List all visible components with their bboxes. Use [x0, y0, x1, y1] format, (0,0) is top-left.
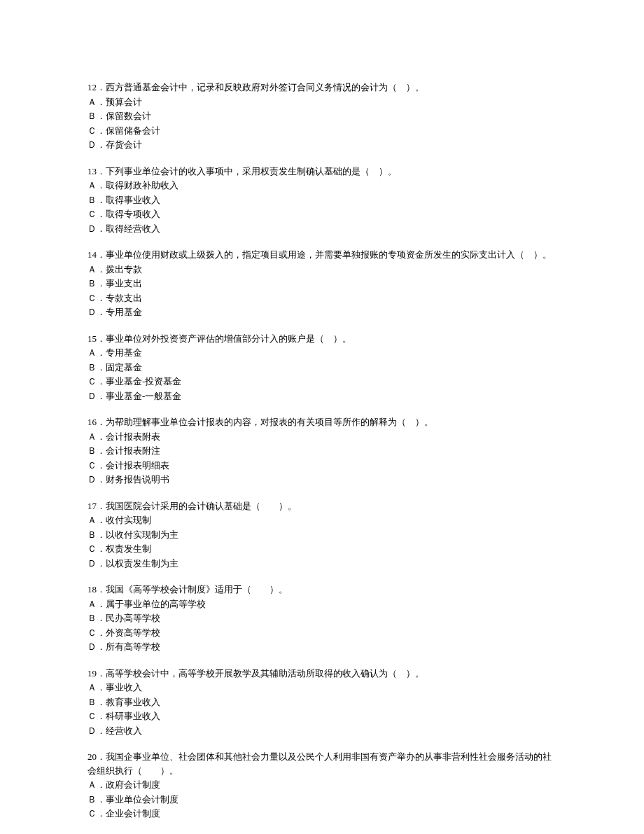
question-body: 我国《高等学校会计制度》适用于（ ）。	[106, 584, 288, 595]
question-number: 13．	[88, 166, 106, 176]
question-option: Ｄ．取得经营收入	[88, 222, 556, 236]
question-option: Ａ．专用基金	[88, 346, 556, 360]
question-block: 14．事业单位使用财政或上级拨入的，指定项目或用途，并需要单独报账的专项资金所发…	[88, 248, 556, 319]
question-body: 事业单位使用财政或上级拨入的，指定项目或用途，并需要单独报账的专项资金所发生的实…	[106, 249, 552, 260]
question-block: 20．我国企事业单位、社会团体和其他社会力量以及公民个人利用非国有资产举办的从事…	[88, 750, 556, 821]
question-block: 12．西方普通基金会计中，记录和反映政府对外签订合同义务情况的会计为（ ）。Ａ．…	[88, 81, 556, 152]
question-text: 16．为帮助理解事业单位会计报表的内容，对报表的有关项目等所作的解释为（ ）。	[88, 415, 556, 429]
question-block: 19．高等学校会计中，高等学校开展教学及其辅助活动所取得的收入确认为（ ）。Ａ．…	[88, 667, 556, 738]
question-body: 事业单位对外投资资产评估的增值部分计入的账户是（ ）。	[106, 333, 351, 344]
question-option: Ａ．事业收入	[88, 681, 556, 695]
question-text: 19．高等学校会计中，高等学校开展教学及其辅助活动所取得的收入确认为（ ）。	[88, 667, 556, 681]
question-text: 14．事业单位使用财政或上级拨入的，指定项目或用途，并需要单独报账的专项资金所发…	[88, 248, 556, 262]
question-option: Ｄ．以权责发生制为主	[88, 557, 556, 571]
question-body: 西方普通基金会计中，记录和反映政府对外签订合同义务情况的会计为（ ）。	[106, 82, 424, 92]
question-option: Ｄ．经营收入	[88, 724, 556, 738]
question-block: 16．为帮助理解事业单位会计报表的内容，对报表的有关项目等所作的解释为（ ）。Ａ…	[88, 415, 556, 487]
question-text: 17．我国医院会计采用的会计确认基础是（ ）。	[88, 499, 556, 513]
question-text: 18．我国《高等学校会计制度》适用于（ ）。	[88, 583, 556, 597]
question-body: 为帮助理解事业单位会计报表的内容，对报表的有关项目等所作的解释为（ ）。	[106, 417, 433, 427]
question-option: Ｃ．科研事业收入	[88, 709, 556, 723]
question-option: Ｄ．存货会计	[88, 138, 556, 152]
question-body: 高等学校会计中，高等学校开展教学及其辅助活动所取得的收入确认为（ ）。	[106, 668, 424, 679]
question-option: Ｂ．保留数会计	[88, 109, 556, 123]
question-option: Ｃ．保留储备会计	[88, 124, 556, 138]
question-option: Ｄ．所有高等学校	[88, 640, 556, 654]
question-block: 18．我国《高等学校会计制度》适用于（ ）。Ａ．属于事业单位的高等学校Ｂ．民办高…	[88, 583, 556, 654]
question-option: Ａ．收付实现制	[88, 513, 556, 527]
question-number: 19．	[88, 668, 106, 679]
question-option: Ａ．属于事业单位的高等学校	[88, 597, 556, 611]
question-option: Ｃ．权责发生制	[88, 542, 556, 556]
question-option: Ｃ．取得专项收入	[88, 207, 556, 221]
question-option: Ｃ．事业基金-投资基金	[88, 375, 556, 389]
question-option: Ａ．拨出专款	[88, 263, 556, 277]
question-option: Ｃ．会计报表明细表	[88, 459, 556, 473]
question-option: Ｄ．专用基金	[88, 305, 556, 319]
question-block: 15．事业单位对外投资资产评估的增值部分计入的账户是（ ）。Ａ．专用基金Ｂ．固定…	[88, 332, 556, 403]
question-option: Ｃ．专款支出	[88, 291, 556, 305]
question-text: 13．下列事业单位会计的收入事项中，采用权责发生制确认基础的是（ ）。	[88, 165, 556, 179]
question-option: Ｂ．事业支出	[88, 277, 556, 291]
question-option: Ｃ．企业会计制度	[88, 807, 556, 821]
question-number: 18．	[88, 584, 106, 595]
question-number: 16．	[88, 417, 106, 427]
question-option: Ａ．政府会计制度	[88, 778, 556, 792]
question-text: 20．我国企事业单位、社会团体和其他社会力量以及公民个人利用非国有资产举办的从事…	[88, 750, 556, 777]
question-option: Ａ．预算会计	[88, 95, 556, 109]
question-body: 我国医院会计采用的会计确认基础是（ ）。	[106, 501, 297, 511]
question-number: 15．	[88, 333, 106, 344]
question-option: Ｂ．固定基金	[88, 361, 556, 375]
question-body: 下列事业单位会计的收入事项中，采用权责发生制确认基础的是（ ）。	[106, 166, 397, 176]
question-text: 15．事业单位对外投资资产评估的增值部分计入的账户是（ ）。	[88, 332, 556, 346]
question-number: 12．	[88, 82, 106, 92]
question-option: Ｂ．事业单位会计制度	[88, 793, 556, 807]
question-option: Ａ．取得财政补助收入	[88, 179, 556, 193]
question-option: Ｄ．事业基金-一般基金	[88, 389, 556, 403]
question-number: 17．	[88, 501, 106, 511]
question-text: 12．西方普通基金会计中，记录和反映政府对外签订合同义务情况的会计为（ ）。	[88, 81, 556, 95]
question-option: Ｂ．取得事业收入	[88, 193, 556, 207]
question-option: Ｃ．外资高等学校	[88, 626, 556, 640]
question-option: Ｂ．以收付实现制为主	[88, 528, 556, 542]
question-option: Ｂ．教育事业收入	[88, 695, 556, 709]
question-option: Ｂ．民办高等学校	[88, 611, 556, 625]
question-body: 我国企事业单位、社会团体和其他社会力量以及公民个人利用非国有资产举办的从事非营利…	[88, 751, 552, 776]
question-number: 20．	[88, 751, 106, 762]
question-option: Ａ．会计报表附表	[88, 430, 556, 444]
question-option: Ｄ．财务报告说明书	[88, 473, 556, 487]
question-number: 14．	[88, 249, 106, 260]
question-block: 17．我国医院会计采用的会计确认基础是（ ）。Ａ．收付实现制Ｂ．以收付实现制为主…	[88, 499, 556, 571]
question-block: 13．下列事业单位会计的收入事项中，采用权责发生制确认基础的是（ ）。Ａ．取得财…	[88, 165, 556, 236]
question-option: Ｂ．会计报表附注	[88, 444, 556, 458]
